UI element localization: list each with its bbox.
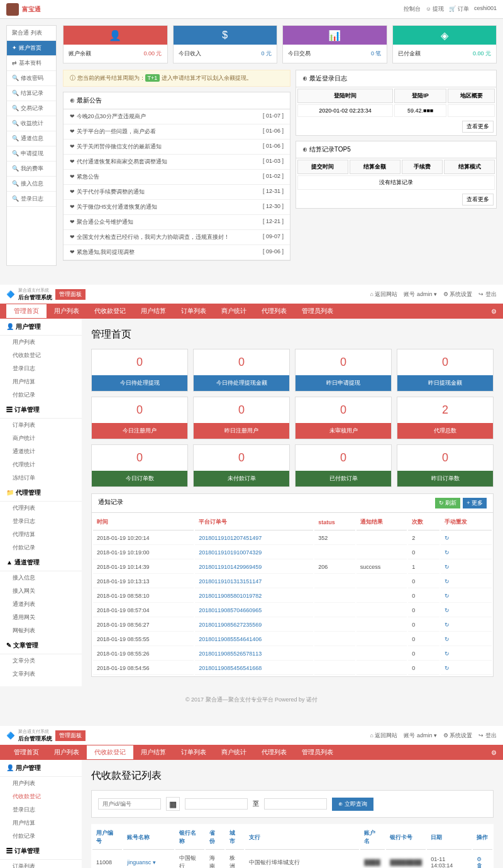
stat-label-button[interactable]: 昨日申请提现 xyxy=(296,375,391,391)
sidebar-item[interactable]: 付款记录 xyxy=(0,388,82,402)
nav-console[interactable]: 控制台 xyxy=(404,5,421,13)
resend-icon[interactable]: ↻ xyxy=(441,662,492,675)
sidebar-item[interactable]: 🔍 我的费率 xyxy=(7,162,56,177)
notice-item[interactable]: ❤ 关于平台的一些问题，商户必看[ 01-06 ] xyxy=(64,124,290,140)
nav-home[interactable]: ⌂ 返回网站 xyxy=(370,290,398,299)
stat-label-button[interactable]: 未审核用户 xyxy=(296,423,391,439)
sidebar-item[interactable]: 用户列表 xyxy=(0,777,82,790)
notice-item[interactable]: ❤ 关于微信H5支付通道恢复的通知[ 12-30 ] xyxy=(64,200,290,215)
stat-label-button[interactable]: 代理总数 xyxy=(397,423,493,439)
sidebar-item-home[interactable]: ✦ 账户首页 xyxy=(7,41,56,56)
nav-tab[interactable]: 管理首页 xyxy=(6,304,47,318)
resend-icon[interactable]: ↻ xyxy=(441,647,492,661)
sidebar-item[interactable]: 文章分类 xyxy=(0,654,82,667)
nav-withdraw[interactable]: ☺ 提现 xyxy=(426,5,445,13)
notice-item[interactable]: ❤ 聚合通公众号维护通知[ 12-21 ] xyxy=(64,215,290,230)
resend-icon[interactable]: ↻ xyxy=(441,618,492,632)
nav-tab[interactable]: 商户统计 xyxy=(214,745,254,759)
nav-orders[interactable]: 🛒 订单 xyxy=(449,5,469,13)
nav-tab[interactable]: 用户结算 xyxy=(133,304,174,318)
nav-tab[interactable]: 商户统计 xyxy=(214,304,254,318)
resend-icon[interactable]: ↻ xyxy=(441,561,492,574)
refresh-button[interactable]: ↻ 刷新 xyxy=(435,498,461,508)
sidebar-item[interactable]: 网银列表 xyxy=(0,624,82,637)
sidebar-item[interactable]: 代收款登记 xyxy=(0,349,82,362)
nav-tab[interactable]: 代理列表 xyxy=(254,745,294,759)
notice-item[interactable]: ❤ 全国支付大检查已经行动，我司大力协助调查，违规直接封！[ 09-07 ] xyxy=(64,230,290,245)
sidebar-item[interactable]: 🔍 申请提现 xyxy=(7,146,56,162)
sidebar-item[interactable]: 代收款登记 xyxy=(0,790,82,803)
sidebar-item[interactable]: 接入网关 xyxy=(0,585,82,598)
nav-tab[interactable]: 订单列表 xyxy=(174,745,214,759)
nav-logout[interactable]: ↪ 登出 xyxy=(478,732,497,740)
sidebar-item[interactable]: 🔍 结算记录 xyxy=(7,86,56,101)
sidebar-item[interactable]: 🔍 修改密码 xyxy=(7,71,56,86)
sidebar-item[interactable]: 🔍 接入信息 xyxy=(7,177,56,192)
stat-label-button[interactable]: 昨日提现金额 xyxy=(397,375,493,391)
nav-tab[interactable]: 管理员列表 xyxy=(294,745,341,759)
order-link[interactable]: 20180119085801019782 xyxy=(195,590,313,603)
stat-label-button[interactable]: 昨日订单数 xyxy=(397,471,493,486)
notice-item[interactable]: ❤ 紧急通知,我司提现调整[ 09-06 ] xyxy=(64,245,290,260)
nav-settings[interactable]: ⚙ 系统设置 xyxy=(443,290,473,299)
date-from[interactable] xyxy=(185,798,248,810)
notice-item[interactable]: ❤ 关于关闭暂停微信支付的最新通知[ 01-06 ] xyxy=(64,140,290,155)
date-to[interactable] xyxy=(264,798,327,810)
sidebar-item[interactable]: 付款记录 xyxy=(0,830,82,843)
resend-icon[interactable]: ↻ xyxy=(441,546,492,559)
sidebar-item[interactable]: 登录日志 xyxy=(0,803,82,816)
sidebar-item[interactable]: 接入信息 xyxy=(0,571,82,585)
resend-icon[interactable]: ↻ xyxy=(441,575,492,588)
sidebar-item[interactable]: 冻结订单 xyxy=(0,471,82,485)
sidebar-item[interactable]: 通道统计 xyxy=(0,445,82,458)
sidebar-item[interactable]: 登录日志 xyxy=(0,515,82,528)
nav-tab[interactable]: 代收款登记 xyxy=(87,745,133,759)
search-button[interactable]: ⊕ 立即查询 xyxy=(332,798,373,811)
order-link[interactable]: 20180119085554641406 xyxy=(195,633,313,646)
gear-icon[interactable]: ⚙ xyxy=(491,308,497,315)
stat-label-button[interactable]: 昨日注册用户 xyxy=(194,423,289,439)
nav-tab[interactable]: 管理首页 xyxy=(6,745,47,759)
sidebar-item[interactable]: 🔍 交易记录 xyxy=(7,101,56,116)
resend-icon[interactable]: ↻ xyxy=(441,532,492,545)
gear-icon[interactable]: ⚙ xyxy=(491,749,497,756)
sidebar-item[interactable]: 🔍 收益统计 xyxy=(7,116,56,131)
stat-label-button[interactable]: 今日待处理提现金额 xyxy=(194,375,289,391)
sidebar-item[interactable]: 登录日志 xyxy=(0,362,82,375)
sidebar-item[interactable]: 付款记录 xyxy=(0,541,82,554)
sidebar-item[interactable]: 通道列表 xyxy=(0,598,82,611)
sidebar-item[interactable]: 用户结算 xyxy=(0,375,82,388)
stat-label-button[interactable]: 今日注册用户 xyxy=(92,423,187,439)
order-link[interactable]: 20180119101207451497 xyxy=(195,532,313,545)
resend-icon[interactable]: ↻ xyxy=(441,604,492,617)
nav-tab[interactable]: 用户结算 xyxy=(133,745,174,759)
sidebar-item[interactable]: 订单列表 xyxy=(0,860,82,868)
resend-icon[interactable]: ↻ xyxy=(441,633,492,646)
nav-tab[interactable]: 订单列表 xyxy=(174,304,214,318)
order-link[interactable]: 20180119101313151147 xyxy=(195,575,313,588)
nav-account[interactable]: 账号 admin ▾ xyxy=(404,732,437,740)
stat-label-button[interactable]: 今日待处理提现 xyxy=(92,375,187,391)
stat-label-button[interactable]: 未付款订单 xyxy=(194,471,289,486)
sidebar-item[interactable]: 代理结算 xyxy=(0,528,82,541)
stat-label-button[interactable]: 今日订单数 xyxy=(92,471,187,486)
sidebar-item[interactable]: 文章列表 xyxy=(0,667,82,681)
sidebar-item[interactable]: 代理统计 xyxy=(0,458,82,471)
nav-tab[interactable]: 代收款登记 xyxy=(87,304,133,318)
account-link[interactable]: jinguansc ▾ xyxy=(123,851,174,868)
order-link[interactable]: 20180119101429969459 xyxy=(195,561,313,574)
sidebar-item[interactable]: 🔍 登录日志 xyxy=(7,192,56,207)
search-input[interactable] xyxy=(98,798,161,810)
nav-home[interactable]: ⌂ 返回网站 xyxy=(370,732,398,740)
nav-tab[interactable]: 代理列表 xyxy=(254,304,294,318)
sidebar-item[interactable]: 🔍 通道信息 xyxy=(7,131,56,146)
row-actions[interactable]: ⚙ 🗑 xyxy=(473,851,492,868)
sidebar-item[interactable]: 订单列表 xyxy=(0,419,82,432)
notice-item[interactable]: ❤ 紧急公告[ 01-02 ] xyxy=(64,170,290,185)
notice-item[interactable]: ❤ 关于代付手续费调整的通知[ 12-31 ] xyxy=(64,185,290,200)
nav-tab[interactable]: 用户列表 xyxy=(47,304,87,318)
notice-item[interactable]: ❤ 代付通道恢复和商家交易套调整通知[ 01-03 ] xyxy=(64,155,290,170)
nav-account[interactable]: 账号 admin ▾ xyxy=(404,290,437,299)
resend-icon[interactable]: ↻ xyxy=(441,590,492,603)
order-link[interactable]: 20180119085456541668 xyxy=(195,662,313,675)
